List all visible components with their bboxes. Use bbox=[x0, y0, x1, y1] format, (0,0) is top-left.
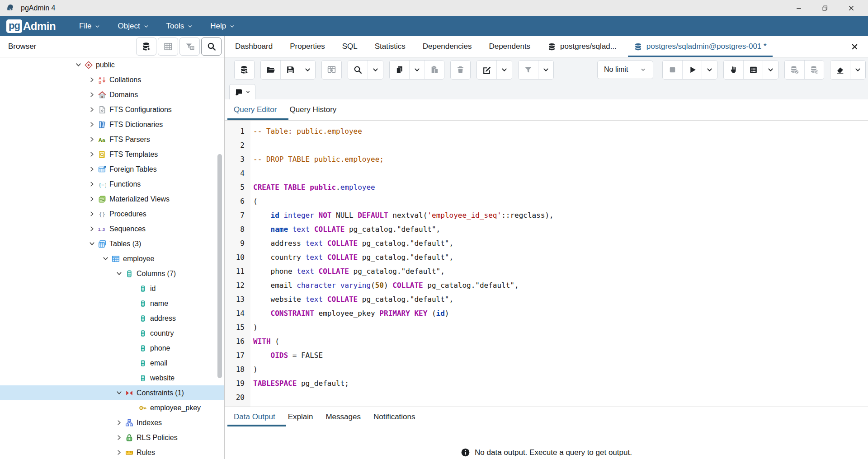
find-dropdown-toggle[interactable] bbox=[368, 61, 383, 79]
filter-dropdown-toggle[interactable] bbox=[538, 61, 553, 79]
tree-item-indexes[interactable]: Indexes bbox=[0, 415, 224, 430]
edit-button[interactable] bbox=[477, 61, 496, 79]
menu-file[interactable]: File bbox=[79, 22, 100, 31]
find-button[interactable] bbox=[348, 61, 368, 79]
tree-item-fts-templates[interactable]: FTS Templates bbox=[0, 147, 224, 162]
tree-item-employee[interactable]: employee bbox=[0, 251, 224, 266]
tree-item-address[interactable]: address bbox=[0, 311, 224, 326]
tree-item-rls-policies[interactable]: RLS Policies bbox=[0, 430, 224, 445]
tree-item-name[interactable]: name bbox=[0, 296, 224, 311]
tree-item-employee-pkey[interactable]: employee_pkey bbox=[0, 400, 224, 415]
tree-item-fts-dictionaries[interactable]: FTS Dictionaries bbox=[0, 117, 224, 132]
tree-item-domains[interactable]: Domains bbox=[0, 87, 224, 102]
tree-chevron-right-icon[interactable] bbox=[86, 196, 98, 202]
tree-chevron-right-icon[interactable] bbox=[86, 166, 98, 173]
tree-chevron-down-icon[interactable] bbox=[99, 255, 111, 262]
new-query-tool-button[interactable] bbox=[235, 61, 254, 79]
tree-item-tables-3[interactable]: Tables (3) bbox=[0, 236, 224, 251]
tab-query-editor[interactable]: Query Editor bbox=[227, 99, 283, 120]
tree-chevron-right-icon[interactable] bbox=[113, 449, 125, 456]
paste-button[interactable] bbox=[425, 61, 444, 79]
row-limit-select[interactable]: No limit bbox=[597, 61, 653, 79]
tree-item-columns-7[interactable]: Columns (7) bbox=[0, 266, 224, 281]
save-data-changes-button[interactable] bbox=[322, 61, 341, 79]
tree-chevron-down-icon[interactable] bbox=[72, 61, 84, 68]
query-tool-button[interactable] bbox=[136, 37, 156, 56]
tree-chevron-right-icon[interactable] bbox=[86, 121, 98, 128]
grid-dropdown-toggle[interactable] bbox=[763, 61, 778, 79]
sql-editor[interactable]: 1234567891011121314151617181920 -- Table… bbox=[225, 121, 868, 407]
filtered-rows-button[interactable] bbox=[179, 37, 200, 56]
clear-dropdown-toggle[interactable] bbox=[850, 61, 865, 79]
tab-sql[interactable]: SQL bbox=[334, 36, 366, 57]
tree-item-website[interactable]: website bbox=[0, 370, 224, 385]
tree-chevron-right-icon[interactable] bbox=[86, 76, 98, 83]
tree-item-constraints-1[interactable]: Constraints (1) bbox=[0, 385, 224, 400]
tree-chevron-right-icon[interactable] bbox=[86, 181, 98, 187]
tree-item-id[interactable]: id bbox=[0, 281, 224, 296]
delete-button[interactable] bbox=[451, 61, 470, 79]
tree-chevron-right-icon[interactable] bbox=[86, 211, 98, 217]
rollback-button[interactable] bbox=[804, 61, 824, 79]
minimize-icon[interactable] bbox=[786, 0, 812, 16]
tree-item-functions[interactable]: {≡}Functions bbox=[0, 177, 224, 192]
tree-item-public[interactable]: public bbox=[0, 57, 224, 72]
copy-button[interactable] bbox=[390, 61, 409, 79]
search-objects-button[interactable] bbox=[201, 37, 222, 56]
tree-item-email[interactable]: email bbox=[0, 356, 224, 370]
tab-statistics[interactable]: Statistics bbox=[366, 36, 414, 57]
tree-chevron-right-icon[interactable] bbox=[86, 91, 98, 98]
filter-button[interactable] bbox=[519, 61, 538, 79]
tab-dependencies[interactable]: Dependencies bbox=[414, 36, 481, 57]
commit-button[interactable] bbox=[785, 61, 804, 79]
tab-properties[interactable]: Properties bbox=[281, 36, 333, 57]
tab-postgres-sqlad[interactable]: postgres/sqlad... bbox=[539, 36, 625, 57]
edit-dropdown-toggle[interactable] bbox=[496, 61, 512, 79]
view-data-button[interactable] bbox=[158, 37, 178, 56]
tab-dashboard[interactable]: Dashboard bbox=[226, 36, 281, 57]
tab-data-output[interactable]: Data Output bbox=[227, 407, 282, 426]
save-file-button[interactable] bbox=[280, 61, 300, 79]
hand-pointer-button[interactable] bbox=[724, 61, 743, 79]
execute-button[interactable] bbox=[682, 61, 702, 79]
menu-tools[interactable]: Tools bbox=[166, 22, 193, 31]
tree-chevron-down-icon[interactable] bbox=[113, 389, 125, 396]
close-icon[interactable] bbox=[838, 0, 864, 16]
grid-button[interactable] bbox=[743, 61, 763, 79]
tree-item-phone[interactable]: phone bbox=[0, 341, 224, 356]
tree-item-fts-configurations[interactable]: FTS Configurations bbox=[0, 102, 224, 117]
tree-item-rules[interactable]: Rules bbox=[0, 445, 224, 459]
tab-explain[interactable]: Explain bbox=[282, 407, 320, 426]
tree-chevron-right-icon[interactable] bbox=[86, 151, 98, 158]
tree-chevron-right-icon[interactable] bbox=[86, 225, 98, 232]
tab-messages[interactable]: Messages bbox=[319, 407, 367, 426]
tree-item-materialized-views[interactable]: Materialized Views bbox=[0, 192, 224, 206]
tree-item-collations[interactable]: ABCollations bbox=[0, 72, 224, 87]
tree-chevron-right-icon[interactable] bbox=[113, 419, 125, 426]
tree-item-country[interactable]: country bbox=[0, 326, 224, 341]
tree-scrollbar-thumb[interactable] bbox=[217, 154, 222, 378]
tab-notifications[interactable]: Notifications bbox=[367, 407, 422, 426]
tree-chevron-right-icon[interactable] bbox=[113, 434, 125, 441]
menu-object[interactable]: Object bbox=[118, 22, 149, 31]
cancel-query-button[interactable] bbox=[663, 61, 682, 79]
tab-dependents[interactable]: Dependents bbox=[480, 36, 539, 57]
save-dropdown-toggle[interactable] bbox=[300, 61, 315, 79]
tree-item-fts-parsers[interactable]: AaFTS Parsers bbox=[0, 132, 224, 147]
tree-item-procedures[interactable]: {}Procedures bbox=[0, 206, 224, 221]
tree-item-foreign-tables[interactable]: Foreign Tables bbox=[0, 162, 224, 177]
code-pane[interactable]: -- Table: public.employee-- DROP TABLE p… bbox=[250, 121, 868, 407]
tab-query-history[interactable]: Query History bbox=[283, 99, 343, 120]
tree-chevron-down-icon[interactable] bbox=[86, 240, 98, 247]
tab-postgres-sqladmin-postgres-001[interactable]: postgres/sqladmin@postgres-001 * bbox=[625, 36, 775, 57]
clear-button[interactable] bbox=[830, 61, 850, 79]
tree-item-sequences[interactable]: 1..3Sequences bbox=[0, 221, 224, 236]
copy-dropdown-toggle[interactable] bbox=[409, 61, 425, 79]
open-file-button[interactable] bbox=[261, 61, 280, 79]
maximize-icon[interactable] bbox=[812, 0, 838, 16]
close-tab-icon[interactable] bbox=[848, 40, 861, 53]
tree-chevron-down-icon[interactable] bbox=[113, 270, 125, 277]
macro-button[interactable] bbox=[229, 84, 255, 99]
tree-chevron-right-icon[interactable] bbox=[86, 136, 98, 143]
tree-chevron-right-icon[interactable] bbox=[86, 106, 98, 113]
